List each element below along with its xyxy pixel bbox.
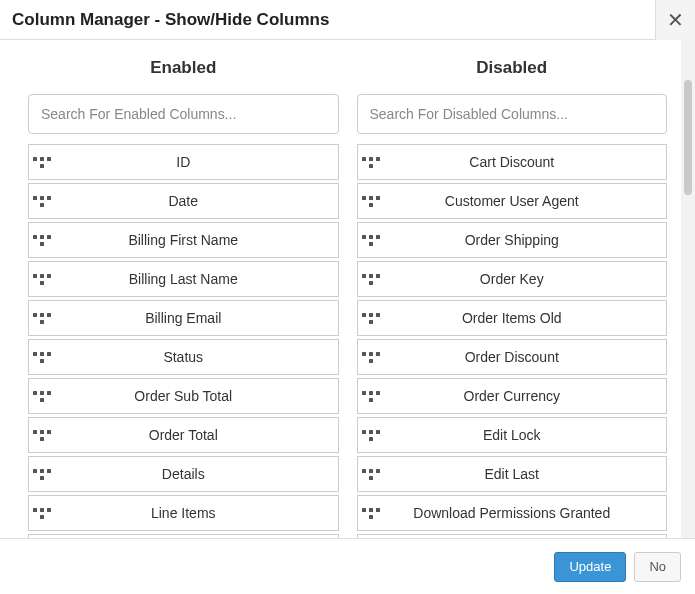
column-item-label: Order Total	[55, 427, 338, 443]
column-item-label: Order Discount	[384, 349, 667, 365]
column-item[interactable]: Edit Last	[357, 456, 668, 492]
drag-handle-icon[interactable]	[29, 430, 55, 441]
column-item[interactable]: Order Shipping	[357, 222, 668, 258]
column-item[interactable]: Order Discount	[357, 339, 668, 375]
enabled-list: IDDateBilling First NameBilling Last Nam…	[28, 144, 339, 538]
column-item-label: Order Currency	[384, 388, 667, 404]
drag-handle-icon[interactable]	[29, 235, 55, 246]
column-item[interactable]: Order Key	[357, 261, 668, 297]
column-item-label: Customer User Agent	[384, 193, 667, 209]
column-item[interactable]: Billing First Name	[28, 222, 339, 258]
column-item-label: Line Items	[55, 505, 338, 521]
column-item[interactable]: Status	[28, 339, 339, 375]
column-item[interactable]: Customer User Agent	[357, 183, 668, 219]
column-item[interactable]: Billing Email	[28, 300, 339, 336]
drag-handle-icon[interactable]	[29, 391, 55, 402]
disabled-search-input[interactable]	[357, 94, 668, 134]
column-item[interactable]: Date Paid	[357, 534, 668, 538]
enabled-search-input[interactable]	[28, 94, 339, 134]
column-item-label: Order Items Old	[384, 310, 667, 326]
scrollbar-thumb[interactable]	[684, 80, 692, 195]
column-item-label: Order Key	[384, 271, 667, 287]
scroll-area: Enabled IDDateBilling First NameBilling …	[0, 40, 695, 538]
drag-handle-icon[interactable]	[29, 313, 55, 324]
column-item-label: Date	[55, 193, 338, 209]
drag-handle-icon[interactable]	[29, 508, 55, 519]
drag-handle-icon[interactable]	[29, 274, 55, 285]
enabled-heading: Enabled	[28, 58, 339, 78]
column-item[interactable]: Edit Lock	[357, 417, 668, 453]
scrollbar-track[interactable]	[681, 40, 695, 538]
column-item-label: ID	[55, 154, 338, 170]
column-item-label: Edit Lock	[384, 427, 667, 443]
drag-handle-icon[interactable]	[358, 274, 384, 285]
titlebar: Column Manager - Show/Hide Columns ✕	[0, 0, 695, 40]
drag-handle-icon[interactable]	[358, 196, 384, 207]
column-item-label: Billing Email	[55, 310, 338, 326]
column-item[interactable]: Details	[28, 456, 339, 492]
column-item[interactable]: Line Items	[28, 495, 339, 531]
column-item[interactable]: Order Sub Total	[28, 378, 339, 414]
column-item[interactable]: Order Items Old	[357, 300, 668, 336]
modal-title: Column Manager - Show/Hide Columns	[12, 10, 655, 30]
close-icon: ✕	[667, 9, 684, 31]
column-item-label: Cart Discount	[384, 154, 667, 170]
column-item-label: Status	[55, 349, 338, 365]
drag-handle-icon[interactable]	[358, 469, 384, 480]
disabled-heading: Disabled	[357, 58, 668, 78]
column-item[interactable]: Date	[28, 183, 339, 219]
column-item-label: Download Permissions Granted	[384, 505, 667, 521]
close-button[interactable]: ✕	[655, 0, 695, 40]
drag-handle-icon[interactable]	[29, 157, 55, 168]
drag-handle-icon[interactable]	[358, 430, 384, 441]
column-item[interactable]: Cart Discount	[357, 144, 668, 180]
column-item-label: Billing First Name	[55, 232, 338, 248]
update-button[interactable]: Update	[554, 552, 626, 582]
column-item-label: Order Shipping	[384, 232, 667, 248]
column-item-label: Details	[55, 466, 338, 482]
drag-handle-icon[interactable]	[29, 469, 55, 480]
drag-handle-icon[interactable]	[29, 196, 55, 207]
no-button[interactable]: No	[634, 552, 681, 582]
drag-handle-icon[interactable]	[358, 235, 384, 246]
drag-handle-icon[interactable]	[358, 391, 384, 402]
disabled-list: Cart DiscountCustomer User AgentOrder Sh…	[357, 144, 668, 538]
enabled-column: Enabled IDDateBilling First NameBilling …	[28, 58, 339, 538]
drag-handle-icon[interactable]	[358, 352, 384, 363]
column-item[interactable]: Payment Method Title	[28, 534, 339, 538]
column-item[interactable]: Billing Last Name	[28, 261, 339, 297]
column-item-label: Edit Last	[384, 466, 667, 482]
drag-handle-icon[interactable]	[358, 508, 384, 519]
column-item[interactable]: Order Currency	[357, 378, 668, 414]
column-item-label: Billing Last Name	[55, 271, 338, 287]
drag-handle-icon[interactable]	[358, 313, 384, 324]
modal-footer: Update No	[0, 538, 695, 594]
column-item[interactable]: ID	[28, 144, 339, 180]
column-manager-modal: Column Manager - Show/Hide Columns ✕ Ena…	[0, 0, 695, 594]
disabled-column: Disabled Cart DiscountCustomer User Agen…	[357, 58, 668, 538]
column-item-label: Order Sub Total	[55, 388, 338, 404]
column-item[interactable]: Download Permissions Granted	[357, 495, 668, 531]
column-item[interactable]: Order Total	[28, 417, 339, 453]
drag-handle-icon[interactable]	[29, 352, 55, 363]
drag-handle-icon[interactable]	[358, 157, 384, 168]
modal-body: Enabled IDDateBilling First NameBilling …	[0, 40, 695, 538]
